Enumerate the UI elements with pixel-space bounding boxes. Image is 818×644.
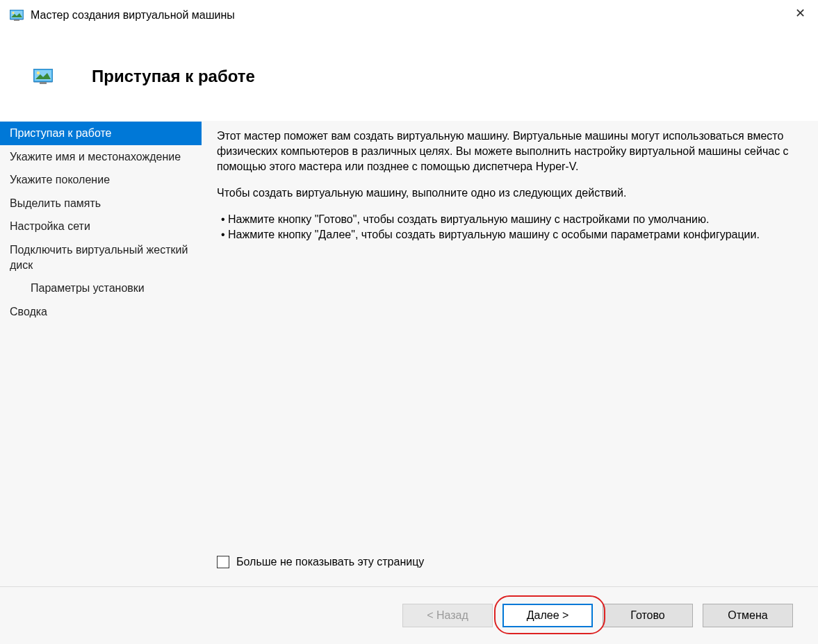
bullet-item-next: • Нажмите кнопку "Далее", чтобы создать …	[221, 227, 797, 242]
titlebar-vm-icon	[10, 10, 24, 21]
finish-button[interactable]: Готово	[603, 604, 693, 627]
bullet-item-finish: • Нажмите кнопку "Готово", чтобы создать…	[221, 212, 797, 227]
bullet-list: • Нажмите кнопку "Готово", чтобы создать…	[221, 212, 797, 242]
sidebar-item-specify-name[interactable]: Укажите имя и местонахождение	[0, 145, 202, 169]
svg-rect-7	[40, 82, 47, 84]
dont-show-again-row[interactable]: Больше не показывать эту страницу	[217, 556, 424, 568]
intro-paragraph: Этот мастер поможет вам создать виртуаль…	[217, 129, 797, 174]
sidebar-item-label: Укажите поколение	[10, 174, 110, 185]
sidebar-item-summary[interactable]: Сводка	[0, 300, 202, 324]
instruction-paragraph: Чтобы создать виртуальную машину, выполн…	[217, 185, 797, 201]
sidebar-item-connect-vhd[interactable]: Подключить виртуальный жесткий диск	[0, 238, 202, 276]
sidebar-item-assign-memory[interactable]: Выделить память	[0, 192, 202, 215]
svg-point-6	[37, 71, 40, 74]
wizard-content: Этот мастер поможет вам создать виртуаль…	[202, 122, 818, 586]
next-button[interactable]: Далее >	[502, 604, 593, 627]
sidebar-item-before-you-begin[interactable]: Приступая к работе	[0, 122, 202, 145]
checkbox-label: Больше не показывать эту страницу	[236, 556, 424, 568]
sidebar-item-configure-networking[interactable]: Настройка сети	[0, 215, 202, 238]
close-icon[interactable]: ✕	[795, 7, 805, 19]
sidebar-item-installation-options[interactable]: Параметры установки	[0, 276, 202, 300]
sidebar-item-label: Подключить виртуальный жесткий диск	[10, 244, 188, 271]
wizard-sidebar: Приступая к работе Укажите имя и местона…	[0, 122, 202, 586]
sidebar-item-label: Укажите имя и местонахождение	[10, 151, 181, 163]
wizard-footer: < Назад Далее > Готово Отмена	[0, 586, 818, 644]
cancel-button[interactable]: Отмена	[703, 604, 793, 627]
sidebar-item-label: Приступая к работе	[10, 127, 112, 139]
checkbox-icon[interactable]	[217, 556, 229, 568]
svg-rect-3	[14, 19, 19, 21]
sidebar-item-label: Сводка	[10, 306, 47, 317]
sidebar-item-specify-generation[interactable]: Укажите поколение	[0, 168, 202, 192]
wizard-body: Приступая к работе Укажите имя и местона…	[0, 121, 818, 586]
back-button: < Назад	[402, 604, 493, 627]
window-title: Мастер создания виртуальной машины	[31, 9, 235, 22]
header-vm-icon	[33, 69, 53, 84]
page-title: Приступая к работе	[92, 67, 255, 86]
titlebar: Мастер создания виртуальной машины ✕	[0, 0, 818, 31]
sidebar-item-label: Выделить память	[10, 197, 101, 209]
sidebar-item-label: Настройка сети	[10, 220, 90, 232]
svg-point-2	[12, 12, 14, 14]
sidebar-item-label: Параметры установки	[31, 282, 145, 294]
wizard-header: Приступая к работе	[0, 31, 818, 121]
